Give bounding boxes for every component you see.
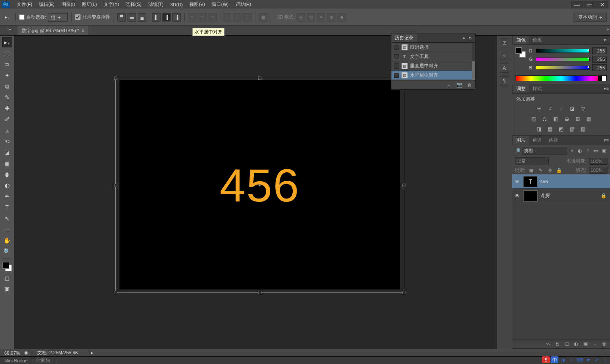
hand-tool-icon[interactable]: ✋	[2, 235, 12, 245]
pen-tool-icon[interactable]: ✒	[2, 191, 12, 201]
group-icon[interactable]: ▣	[582, 341, 589, 347]
marquee-tool-icon[interactable]: ▢	[2, 48, 12, 58]
tray-icon[interactable]: •	[568, 356, 575, 363]
g-value[interactable]: 255	[592, 56, 607, 63]
tab-styles[interactable]: 样式	[529, 84, 545, 93]
threshold-icon[interactable]: ◩	[557, 125, 565, 133]
trash-icon[interactable]: 🗑	[601, 341, 607, 347]
move-tool-icon[interactable]: ▸₊	[2, 37, 12, 47]
filter-adj-icon[interactable]: ◐	[577, 147, 583, 154]
healing-tool-icon[interactable]: ✚	[2, 103, 12, 113]
distribute-icon[interactable]: ⋮	[243, 13, 252, 22]
brightness-icon[interactable]: ☀	[535, 105, 543, 113]
maximize-button[interactable]: ▭	[584, 1, 596, 8]
history-brush-icon[interactable]: ⟲	[2, 136, 12, 146]
tray-icon[interactable]: ✔	[593, 356, 601, 363]
transform-handle[interactable]	[258, 291, 261, 294]
history-item[interactable]: ▤ 水平居中对齐	[391, 71, 475, 80]
close-button[interactable]: ✕	[596, 1, 608, 8]
tab-swatches[interactable]: 色板	[529, 36, 545, 44]
menu-image[interactable]: 图像(I)	[58, 0, 78, 8]
menu-type[interactable]: 文字(Y)	[100, 0, 123, 8]
scrollbar[interactable]	[472, 43, 475, 80]
filter-image-icon[interactable]: ▫	[568, 147, 575, 154]
doc-info[interactable]: 文档 :2.25M/255.9K	[37, 350, 78, 356]
distribute-icon[interactable]: ≡	[188, 13, 197, 22]
filter-shape-icon[interactable]: ▭	[593, 147, 599, 154]
magic-wand-tool-icon[interactable]: ✦	[2, 70, 12, 80]
layer-name[interactable]: 背景	[540, 193, 598, 199]
quickmask-icon[interactable]: ◻	[2, 273, 12, 283]
path-select-icon[interactable]: ↖	[2, 213, 12, 223]
menu-window[interactable]: 窗口(W)	[208, 0, 232, 8]
history-item[interactable]: T 文字工具	[391, 52, 475, 61]
history-snapshot-check[interactable]	[394, 73, 399, 78]
close-icon[interactable]: ×	[82, 28, 84, 33]
chevron-right-icon[interactable]: ▸	[91, 350, 94, 356]
align-bottom-icon[interactable]: ▄	[138, 13, 146, 22]
screenmode-icon[interactable]: ▣	[2, 284, 12, 294]
rectangle-tool-icon[interactable]: ▭	[2, 224, 12, 234]
adjustment-icon[interactable]: ◐	[573, 341, 580, 347]
align-right-icon[interactable]: ▐	[172, 13, 181, 22]
brush-tool-icon[interactable]: ✐	[2, 114, 12, 124]
layer-filter-type[interactable]: 类型 ÷	[522, 147, 567, 154]
paragraph-icon[interactable]: ¶	[500, 76, 509, 85]
transform-handle[interactable]	[114, 184, 117, 187]
visibility-icon[interactable]: 👁	[514, 179, 521, 185]
align-hcenter-icon[interactable]: ▐	[162, 13, 171, 22]
new-doc-icon[interactable]: ▫	[446, 82, 452, 88]
dock-icon[interactable]: ⊞	[500, 38, 509, 47]
lasso-tool-icon[interactable]: ⊃	[2, 59, 12, 69]
collapse-icon[interactable]: ◂▸	[461, 36, 467, 40]
curves-icon[interactable]: ⟋	[557, 105, 565, 113]
eraser-tool-icon[interactable]: ◪	[2, 147, 12, 157]
history-snapshot-check[interactable]	[394, 54, 399, 59]
align-top-icon[interactable]: ▀	[117, 13, 126, 22]
type-tool-icon[interactable]: T	[2, 202, 12, 212]
align-vcenter-icon[interactable]: ▬	[128, 13, 136, 22]
lock-position-icon[interactable]: ✎	[537, 167, 544, 174]
menu-select[interactable]: 选择(S)	[122, 0, 145, 8]
new-layer-icon[interactable]: ▫	[591, 341, 598, 347]
hue-icon[interactable]: ▥	[530, 115, 538, 123]
bw-icon[interactable]: ◧	[552, 115, 560, 123]
layer-item[interactable]: 👁 T 456	[512, 174, 610, 189]
color-swatch[interactable]	[2, 261, 13, 272]
r-value[interactable]: 255	[592, 47, 607, 54]
transform-handle[interactable]	[114, 77, 117, 80]
history-snapshot-check[interactable]	[394, 45, 399, 50]
b-value[interactable]: 255	[592, 64, 607, 71]
balance-icon[interactable]: ⚖	[541, 115, 549, 123]
expand-icon[interactable]: »	[8, 27, 11, 32]
filter-smart-icon[interactable]: ▣	[601, 147, 607, 154]
distribute-icon[interactable]: ⋮	[223, 13, 231, 22]
tab-channels[interactable]: 通道	[529, 136, 545, 145]
menu-edit[interactable]: 编辑(E)	[36, 0, 58, 8]
workspace-switcher[interactable]: 基本功能÷	[574, 13, 607, 22]
history-item[interactable]: ▤ 垂直居中对齐	[391, 61, 475, 71]
tray-icon[interactable]: ◑	[559, 356, 567, 363]
tab-timeline[interactable]: 时间轴	[32, 356, 55, 364]
distribute-icon[interactable]: ≡	[198, 13, 207, 22]
panel-menu-icon[interactable]: ▾≡	[602, 37, 610, 43]
tray-icon[interactable]: ★	[585, 356, 592, 363]
mask-icon[interactable]: ◻	[563, 341, 570, 347]
stamp-tool-icon[interactable]: ⟁	[2, 125, 12, 135]
transform-handle[interactable]	[114, 291, 117, 294]
tray-icon[interactable]: 中	[551, 356, 558, 363]
layer-name[interactable]: 456	[540, 179, 608, 184]
menu-view[interactable]: 视图(V)	[186, 0, 208, 8]
crop-tool-icon[interactable]: ⧉	[2, 81, 12, 91]
panel-menu-icon[interactable]: ▾≡	[468, 36, 474, 40]
minimize-button[interactable]: —	[571, 1, 583, 8]
photofilter-icon[interactable]: ◒	[563, 115, 571, 123]
lock-move-icon[interactable]: ✥	[546, 167, 553, 174]
opacity-value[interactable]: 100%	[589, 158, 607, 165]
transform-handle[interactable]	[402, 184, 405, 187]
menu-filter[interactable]: 滤镜(T)	[145, 0, 167, 8]
exposure-icon[interactable]: ◪	[568, 105, 576, 113]
fx-icon[interactable]: fx	[554, 341, 561, 347]
transform-handle[interactable]	[402, 291, 405, 294]
mixer-icon[interactable]: ⊞	[574, 115, 582, 123]
